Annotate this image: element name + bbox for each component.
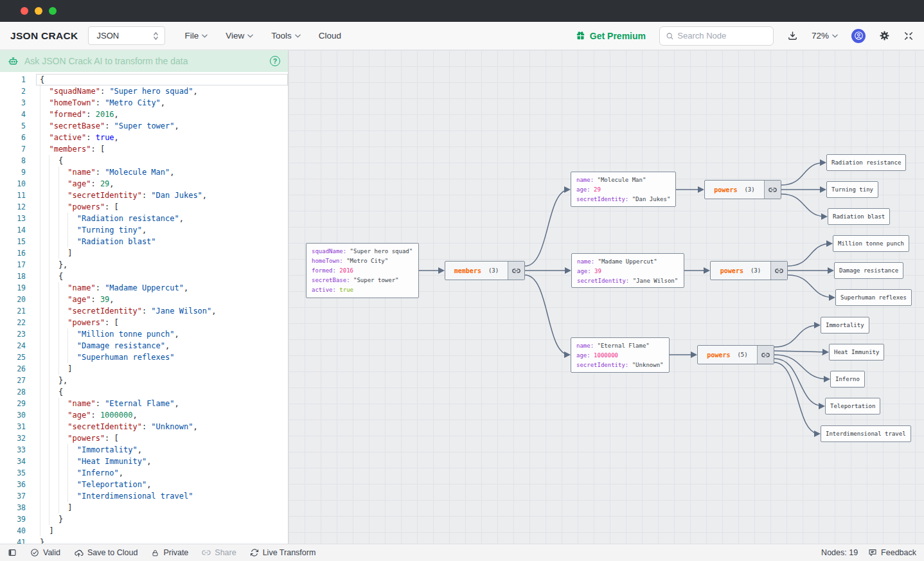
editor-line-17: 17}, [0,259,288,271]
account-icon [854,31,864,40]
indent-guide [58,432,67,444]
graph-leaf-interdimensional-travel[interactable]: Interdimensional travel [821,425,911,442]
fullscreen-button[interactable] [903,31,914,41]
line-content: ] [36,502,288,513]
line-number: 29 [0,398,26,409]
graph-leaf-radiation-resistance[interactable]: Radiation resistance [826,154,906,171]
graph-leaf-million-tonne-punch[interactable]: Million tonne punch [833,235,909,252]
line-content: "name": "Molecule Man", [36,166,288,178]
graph-canvas[interactable]: squadName: "Super hero squad"homeTown: "… [289,50,924,544]
search-node-box[interactable] [659,26,774,46]
expand-collapse-link-button[interactable] [770,262,787,280]
line-number: 23 [0,328,26,340]
line-number: 20 [0,294,26,305]
help-circle-icon[interactable]: ? [270,56,280,66]
graph-node-powers-3[interactable]: powers(5) [697,345,774,364]
indent-guide [40,513,49,525]
zoom-level: 72% [812,31,829,40]
menu-file[interactable]: File [184,31,208,40]
line-number: 12 [0,201,26,213]
indent-guide [58,178,67,190]
graph-node-member-3[interactable]: name: "Eternal Flame"age: 1000000secretI… [571,337,670,373]
zoom-control[interactable]: 72% [812,31,838,40]
editor-line-10: 10"age": 29, [0,178,288,190]
graph-node-powers-1[interactable]: powers(3) [704,180,781,199]
expand-collapse-link-button[interactable] [508,262,524,280]
leaf-node-text: Damage resistance [839,267,898,274]
share-button[interactable]: Share [202,548,236,557]
close-window-button[interactable] [21,7,28,15]
zoom-window-button[interactable] [49,7,57,15]
editor-line-4: 4"formed": 2016, [0,109,288,120]
indent-guide [49,409,58,421]
format-select[interactable]: JSON [88,26,165,45]
private-toggle[interactable]: Private [151,548,188,557]
leaf-node-text: Radiation resistance [831,159,901,166]
save-to-cloud-button[interactable]: Save to Cloud [74,548,138,558]
indent-guide [67,340,76,352]
ai-prompt-banner[interactable]: Ask JSON Crack AI to transform the data … [0,50,288,72]
app-logo[interactable]: JSON CRACK [10,30,78,42]
robot-icon [8,56,19,67]
editor-line-15: 15"Radiation blast" [0,236,288,247]
indent-guide [49,305,58,317]
graph-node-root[interactable]: squadName: "Super hero squad"homeTown: "… [306,243,419,298]
line-content: "age": 29, [36,178,288,190]
graph-leaf-radiation-blast[interactable]: Radiation blast [828,208,890,225]
indent-guide [40,328,49,340]
indent-guide [40,502,49,513]
indent-guide [67,352,76,363]
sidebar-toggle-button[interactable] [8,548,17,557]
indent-guide [40,421,49,432]
indent-guide [49,363,58,375]
graph-leaf-inferno[interactable]: Inferno [830,371,865,387]
feedback-button[interactable]: Feedback [868,548,916,557]
indent-guide [40,432,49,444]
menu-tools[interactable]: Tools [271,31,301,40]
indent-guide [49,155,58,166]
live-transform-toggle[interactable]: Live Transform [250,548,316,557]
get-premium-button[interactable]: Get Premium [576,31,646,41]
editor-line-27: 27}, [0,375,288,386]
expand-collapse-link-button[interactable] [757,346,774,364]
indent-guide [67,236,76,247]
graph-node-member-1[interactable]: name: "Molecule Man"age: 29secretIdentit… [571,172,676,207]
graph-node-members[interactable]: members(3) [445,261,525,280]
graph-leaf-heat-immunity[interactable]: Heat Immunity [829,344,884,361]
settings-button[interactable] [879,30,890,41]
valid-status[interactable]: Valid [30,548,60,557]
leaf-node-text: Radiation blast [833,213,885,220]
child-count: (3) [744,186,754,193]
editor-line-40: 40] [0,525,288,537]
account-button[interactable] [851,29,866,43]
expand-collapse-link-button[interactable] [764,181,781,199]
line-content: { [36,386,288,398]
indent-guide [40,213,49,224]
json-editor[interactable]: 1{2"squadName": "Super hero squad",3"hom… [0,72,288,544]
line-number: 1 [0,74,26,85]
menu-view[interactable]: View [226,31,253,40]
graph-leaf-immortality[interactable]: Immortality [821,317,869,334]
minimize-window-button[interactable] [35,7,42,15]
graph-leaf-superhuman-reflexes[interactable]: Superhuman reflexes [835,289,912,306]
editor-line-9: 9"name": "Molecule Man", [0,166,288,178]
indent-guide [49,271,58,282]
indent-guide [67,479,76,490]
graph-leaf-damage-resistance[interactable]: Damage resistance [834,262,903,279]
download-button[interactable] [787,30,798,41]
line-number: 6 [0,132,26,143]
graph-node-member-2[interactable]: name: "Madame Uppercut"age: 39secretIden… [571,253,684,288]
graph-leaf-teleportation[interactable]: Teleportation [825,398,880,414]
leaf-node-text: Teleportation [830,403,875,409]
editor-line-7: 7"members": [ [0,143,288,155]
search-node-input[interactable] [677,31,767,40]
graph-leaf-turning-tiny[interactable]: Turning tiny [826,181,878,198]
menu-cloud[interactable]: Cloud [319,31,341,40]
line-content: "Teleportation", [36,479,288,490]
line-number: 27 [0,375,26,386]
indent-guide [67,456,76,467]
line-content: "secretBase": "Super tower", [36,120,288,132]
graph-node-powers-2[interactable]: powers(3) [710,261,788,280]
indent-guide [40,85,49,97]
toolbar: JSON CRACK JSON File View Tools Cloud [0,22,924,50]
